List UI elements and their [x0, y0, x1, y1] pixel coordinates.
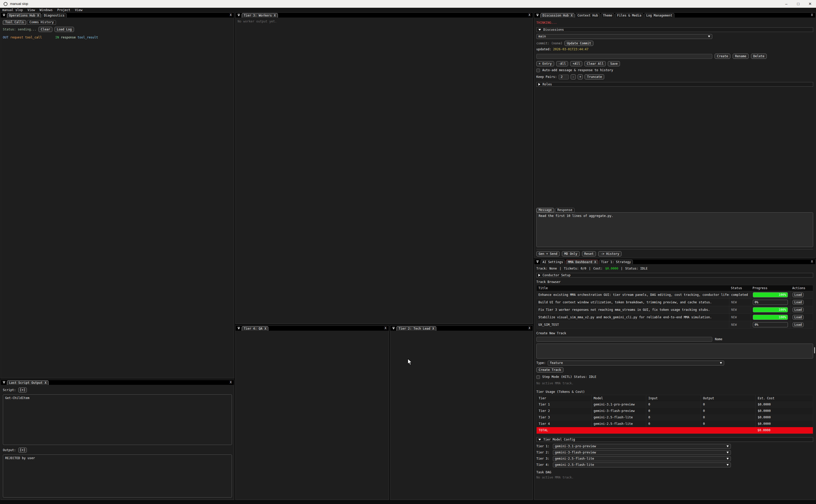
mouse-cursor — [408, 359, 413, 366]
conductor-setup-collapsible-header[interactable]: Conductor Setup — [536, 273, 813, 278]
discussion-hub-panel: Discussion Hub X Context Hub Theme Files… — [534, 12, 815, 258]
load-track-button[interactable]: Load — [793, 300, 804, 305]
truncate-button[interactable]: Truncate — [585, 74, 604, 79]
update-commit-button[interactable]: Update Commit — [564, 41, 593, 46]
tab-tier4-qa[interactable]: Tier 4: QA X — [242, 326, 268, 331]
roles-collapsible-header[interactable]: Roles — [536, 82, 813, 87]
track-type-select[interactable]: feature — [548, 361, 724, 365]
tab-close-icon[interactable]: X — [432, 327, 434, 331]
tab-close-icon[interactable]: X — [45, 381, 46, 385]
panel-close-icon[interactable]: X — [809, 260, 815, 264]
discussions-collapsible-header[interactable]: Discussions — [536, 27, 813, 32]
tier1-model-select[interactable]: gemini-3.1-pro-preview — [553, 444, 731, 449]
tab-discussion-hub[interactable]: Discussion Hub X — [540, 13, 575, 18]
track-name-input[interactable] — [536, 337, 712, 342]
load-track-button[interactable]: Load — [793, 322, 804, 327]
panel-close-icon[interactable]: X — [382, 326, 389, 330]
keep-pairs-input[interactable]: 2 — [559, 75, 569, 79]
progress-bar: 100% — [753, 307, 788, 312]
tab-close-icon[interactable]: X — [37, 14, 39, 18]
new-discussion-name-input[interactable] — [536, 54, 712, 59]
composer-area: Message Response Read the first 10 lines… — [536, 208, 813, 256]
delete-button[interactable]: Delete — [751, 54, 767, 59]
maximize-button[interactable]: □ — [792, 0, 804, 8]
tab-theme[interactable]: Theme — [601, 13, 614, 18]
menu-manual-slop[interactable]: manual slop — [0, 8, 25, 12]
discussion-body: THINKING... Discussions main commit: (no… — [534, 18, 815, 258]
panel-close-icon[interactable]: X — [228, 13, 234, 17]
dock-collapse-icon[interactable] — [390, 326, 397, 331]
minimize-button[interactable]: – — [780, 0, 792, 8]
tab-ai-settings[interactable]: AI Settings — [540, 260, 565, 264]
discussion-branch-select[interactable]: main — [536, 34, 712, 39]
panel-close-icon[interactable]: X — [526, 326, 533, 330]
tab-diagnostics[interactable]: Diagnostics — [42, 13, 66, 18]
rename-button[interactable]: Rename — [733, 54, 748, 59]
collapse-all-button[interactable]: -All — [556, 61, 568, 66]
load-track-button[interactable]: Load — [793, 307, 804, 312]
tier4-model-select[interactable]: gemini-2.5-flash-lite — [553, 462, 731, 467]
tier2-model-select[interactable]: gemini-3-flash-preview — [553, 450, 731, 455]
dock-collapse-icon[interactable] — [1, 380, 7, 385]
keep-pairs-decrement-button[interactable]: - — [571, 74, 576, 79]
panel-close-icon[interactable]: X — [526, 13, 533, 17]
dock-collapse-icon[interactable] — [236, 326, 242, 331]
add-entry-button[interactable]: + Entry — [536, 61, 554, 66]
tab-tier2-tech-lead[interactable]: Tier 2: Tech Lead X — [397, 326, 436, 331]
menu-view-1[interactable]: View — [25, 8, 37, 12]
dock-collapse-icon[interactable] — [1, 13, 7, 18]
create-track-button[interactable]: Create Track — [536, 367, 563, 372]
no-active-track-text: No active MMA track. — [536, 476, 813, 479]
thinking-status: THINKING... — [536, 21, 813, 25]
tab-close-icon[interactable]: X — [571, 14, 572, 18]
create-button[interactable]: Create — [715, 54, 730, 59]
dock-collapse-icon[interactable] — [534, 259, 540, 264]
output-expand-button[interactable]: [+] — [18, 448, 27, 453]
load-log-button[interactable]: Load Log — [54, 27, 74, 32]
tab-close-icon[interactable]: X — [274, 14, 276, 18]
script-expand-button[interactable]: [+] — [18, 387, 27, 393]
message-textarea[interactable]: Read the first 10 lines of aggregate.py. — [536, 212, 813, 247]
scrollbar-thumb[interactable] — [814, 347, 815, 353]
script-textarea[interactable]: Get-ChildItem — [3, 394, 232, 445]
tab-last-script-output[interactable]: Last Script Output X — [7, 380, 49, 385]
step-mode-checkbox[interactable] — [536, 375, 540, 379]
tier3-model-select[interactable]: gemini-2.5-flash-lite — [553, 456, 731, 461]
dock-collapse-icon[interactable] — [534, 13, 540, 18]
reset-button[interactable]: Reset — [582, 251, 596, 256]
save-button[interactable]: Save — [608, 61, 620, 66]
tab-close-icon[interactable]: X — [264, 327, 266, 331]
load-track-button[interactable]: Load — [793, 315, 804, 320]
tab-context-hub[interactable]: Context Hub — [575, 13, 600, 18]
tab-mma-dashboard[interactable]: MMA Dashboard X — [566, 260, 598, 264]
gen-send-button[interactable]: Gen + Send — [536, 251, 560, 256]
tab-tier1-strategy[interactable]: Tier 1: Strategy — [599, 260, 633, 264]
tab-operations-hub[interactable]: Operations Hub X — [7, 13, 41, 18]
track-description-textarea[interactable] — [536, 344, 813, 359]
load-track-button[interactable]: Load — [793, 292, 804, 297]
subtab-tool-calls[interactable]: Tool Calls — [3, 20, 26, 25]
expand-all-button[interactable]: +All — [570, 61, 582, 66]
autoadd-checkbox[interactable] — [536, 69, 540, 72]
panel-close-icon[interactable]: X — [228, 380, 234, 384]
tab-files-media[interactable]: Files & Media — [615, 13, 643, 18]
menu-project[interactable]: Project — [55, 8, 73, 12]
subtab-comms-history[interactable]: Comms History — [27, 20, 56, 25]
tier-model-config-collapsible-header[interactable]: Tier Model Config — [536, 437, 813, 442]
close-button[interactable]: ✕ — [804, 0, 816, 8]
message-tab[interactable]: Message — [536, 208, 554, 212]
clear-all-button[interactable]: Clear All — [584, 61, 606, 66]
menu-view-2[interactable]: View — [73, 8, 85, 12]
clear-button[interactable]: Clear — [38, 27, 52, 32]
tab-close-icon[interactable]: X — [594, 260, 596, 264]
tab-log-management[interactable]: Log Management — [644, 13, 674, 18]
panel-close-icon[interactable]: X — [809, 13, 815, 17]
to-history-button[interactable]: -> History — [598, 251, 621, 256]
response-tab[interactable]: Response — [555, 208, 575, 212]
md-only-button[interactable]: MD Only — [562, 251, 580, 256]
keep-pairs-increment-button[interactable]: + — [578, 74, 583, 79]
output-textarea[interactable]: REJECTED by user — [3, 454, 232, 498]
dock-collapse-icon[interactable] — [236, 13, 242, 18]
menu-windows[interactable]: Windows — [37, 8, 55, 12]
tab-tier3-workers[interactable]: Tier 3: Workers X — [242, 13, 278, 18]
